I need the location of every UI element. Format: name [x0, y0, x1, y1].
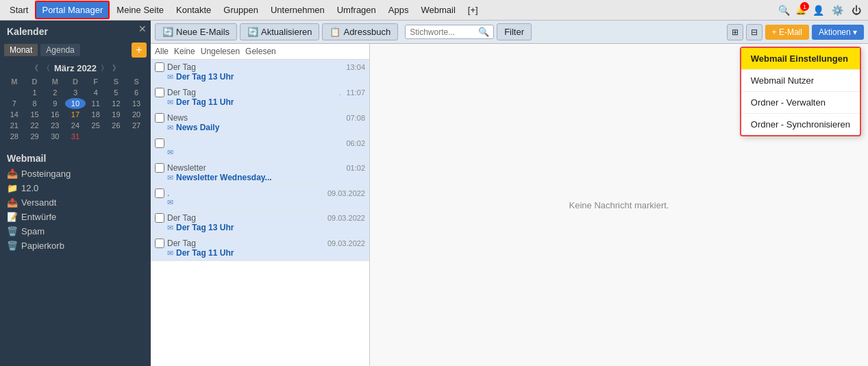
cal-day-18[interactable]: 18: [86, 109, 106, 120]
cal-day-23[interactable]: 23: [45, 120, 65, 131]
email-item[interactable]: . 09.03.2022 ✉: [151, 186, 369, 210]
cal-day-25[interactable]: 25: [86, 120, 106, 131]
power-icon[interactable]: ⏻: [849, 3, 864, 18]
dropdown-item-webmail-nutzer[interactable]: Webmail Nutzer: [741, 70, 860, 92]
view-icon-2[interactable]: ⊟: [746, 24, 762, 40]
nav-portal-manager[interactable]: Portal Manager: [35, 1, 110, 19]
cal-day-4[interactable]: 4: [86, 87, 106, 98]
calendar-header: Monat Agenda +: [0, 40, 151, 60]
folder-entwurfe[interactable]: 📝 Entwürfe: [0, 210, 151, 224]
email-item[interactable]: Der Tag 13:04 ✉ Der Tag 13 Uhr: [151, 60, 369, 85]
notification-badge[interactable]: 🔔 1: [795, 5, 806, 15]
folder-spam[interactable]: 🗑️ Spam: [0, 224, 151, 239]
cal-day-24[interactable]: 24: [65, 120, 86, 131]
nav-webmail[interactable]: Webmail: [415, 2, 460, 18]
email-checkbox[interactable]: [155, 188, 164, 198]
cal-day-e1: [86, 131, 106, 142]
email-item[interactable]: News 07:08 ✉ News Daily: [151, 110, 369, 136]
calendar-month-btn[interactable]: Monat: [4, 44, 38, 56]
folder-posteingang[interactable]: 📥 Posteingang: [0, 167, 151, 181]
email-checkbox[interactable]: [155, 213, 164, 223]
cal-day-10-today[interactable]: 10: [65, 98, 86, 109]
cal-day-5[interactable]: 5: [106, 87, 127, 98]
email-checkbox[interactable]: [155, 88, 164, 97]
email-checkbox[interactable]: [155, 163, 164, 173]
email-checkbox[interactable]: [155, 113, 164, 123]
email-item[interactable]: Der Tag 09.03.2022 ✉ Der Tag 11 Uhr: [151, 236, 369, 261]
nav-umfragen[interactable]: Umfragen: [332, 2, 382, 18]
cal-day-empty1[interactable]: [4, 87, 25, 98]
email-item[interactable]: Newsletter 01:02 ✉ Newsletter Wednesday.…: [151, 160, 369, 186]
cal-day-29[interactable]: 29: [25, 131, 45, 142]
cal-day-9[interactable]: 9: [45, 98, 65, 109]
nav-gruppen[interactable]: Gruppen: [218, 2, 264, 18]
cal-next-next-btn[interactable]: 》: [112, 63, 120, 73]
nav-unternehmen[interactable]: Unternehmen: [265, 2, 330, 18]
folder-versandt[interactable]: 📤 Versandt: [0, 195, 151, 210]
cal-day-12[interactable]: 12: [106, 98, 127, 109]
email-checkbox[interactable]: [155, 62, 164, 72]
cal-day-19[interactable]: 19: [106, 109, 127, 120]
cal-day-26[interactable]: 26: [106, 120, 127, 131]
folder-12[interactable]: 📁 12.0: [0, 181, 151, 195]
nav-meine-seite[interactable]: Meine Seite: [111, 2, 169, 18]
user-icon[interactable]: 👤: [810, 3, 826, 18]
calendar-agenda-btn[interactable]: Agenda: [40, 44, 79, 56]
search-input[interactable]: [410, 27, 478, 37]
cal-day-16[interactable]: 16: [45, 109, 65, 120]
search-icon[interactable]: 🔍: [478, 27, 489, 37]
cal-day-17[interactable]: 17: [65, 109, 86, 120]
search-icon[interactable]: 🔍: [776, 3, 791, 18]
cal-day-27[interactable]: 27: [126, 120, 147, 131]
email-item[interactable]: 06:02 ✉: [151, 136, 369, 160]
cal-day-30[interactable]: 30: [45, 131, 65, 142]
cal-day-8[interactable]: 8: [25, 98, 45, 109]
cal-day-2[interactable]: 2: [45, 87, 65, 98]
cal-day-13[interactable]: 13: [126, 98, 147, 109]
email-filter-bar: Alle Keine Ungelesen Gelesen: [151, 44, 369, 60]
dropdown-item-webmail-einstellungen[interactable]: Webmail Einstellungen: [741, 48, 860, 70]
folder-papierkorb[interactable]: 🗑️ Papierkorb: [0, 239, 151, 253]
email-checkbox[interactable]: [155, 239, 164, 248]
email-item[interactable]: Der Tag . 11:07 ✉ Der Tag 11 Uhr: [151, 85, 369, 110]
cal-day-7[interactable]: 7: [4, 98, 25, 109]
cal-day-28[interactable]: 28: [4, 131, 25, 142]
nav-plus[interactable]: [+]: [462, 2, 484, 18]
addressbook-button[interactable]: 📋 Adressbuch: [322, 23, 398, 40]
filter-unread[interactable]: Ungelesen: [201, 47, 240, 56]
view-icon-1[interactable]: ⊞: [727, 24, 743, 40]
filter-button[interactable]: Filter: [497, 23, 532, 40]
envelope-icon: ✉: [167, 249, 173, 258]
sidebar-close-button[interactable]: ✕: [138, 23, 147, 34]
cal-day-6[interactable]: 6: [126, 87, 147, 98]
cal-next-btn[interactable]: 〉: [101, 63, 108, 73]
filter-read[interactable]: Gelesen: [245, 47, 276, 56]
email-item[interactable]: Der Tag 09.03.2022 ✉ Der Tag 13 Uhr: [151, 210, 369, 236]
cal-prev-prev-btn[interactable]: 《: [31, 63, 38, 73]
new-email-button[interactable]: 🔄 Neue E-Mails: [155, 23, 237, 40]
versandt-icon: 📤: [7, 197, 18, 208]
cal-day-31[interactable]: 31: [65, 131, 86, 142]
cal-day-15[interactable]: 15: [25, 109, 45, 120]
settings-icon[interactable]: ⚙️: [830, 3, 845, 18]
nav-start[interactable]: Start: [4, 2, 34, 18]
filter-none[interactable]: Keine: [174, 47, 195, 56]
calendar-add-btn[interactable]: +: [132, 42, 147, 58]
cal-day-1[interactable]: 1: [25, 87, 45, 98]
refresh-button[interactable]: 🔄 Aktualisieren: [240, 23, 319, 40]
cal-day-21[interactable]: 21: [4, 120, 25, 131]
cal-day-3[interactable]: 3: [65, 87, 86, 98]
aktionen-button[interactable]: Aktionen ▾: [812, 25, 864, 40]
dropdown-item-ordner-verwalten[interactable]: Ordner - Verwalten: [741, 92, 860, 114]
cal-day-14[interactable]: 14: [4, 109, 25, 120]
email-checkbox[interactable]: [155, 138, 164, 148]
cal-prev-btn[interactable]: 〈: [42, 63, 50, 73]
cal-day-11[interactable]: 11: [86, 98, 106, 109]
filter-all[interactable]: Alle: [155, 47, 169, 56]
dropdown-item-ordner-synchronisieren[interactable]: Ordner - Synchronisieren: [741, 114, 860, 135]
cal-day-22[interactable]: 22: [25, 120, 45, 131]
add-email-button[interactable]: + E-Mail: [765, 25, 809, 40]
nav-apps[interactable]: Apps: [383, 2, 414, 18]
cal-day-20[interactable]: 20: [126, 109, 147, 120]
nav-kontakte[interactable]: Kontakte: [171, 2, 216, 18]
